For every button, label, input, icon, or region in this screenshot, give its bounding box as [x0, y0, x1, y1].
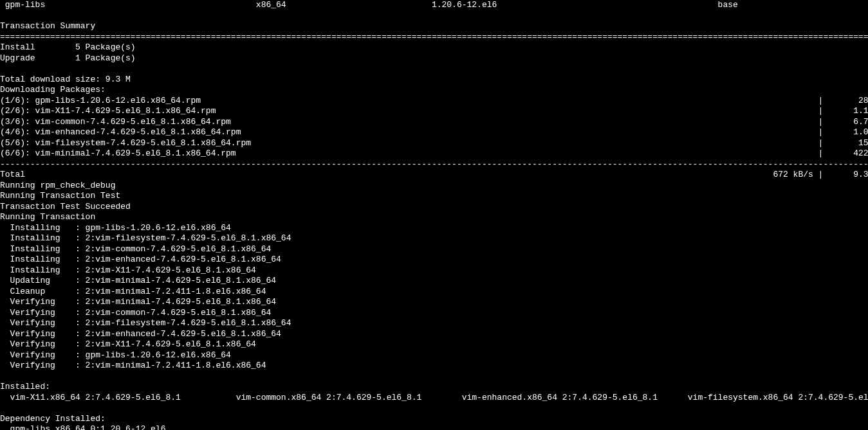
terminal-output: gpm-libs x86_64 1.20.6-12.el6 base 28 k … [0, 0, 868, 430]
